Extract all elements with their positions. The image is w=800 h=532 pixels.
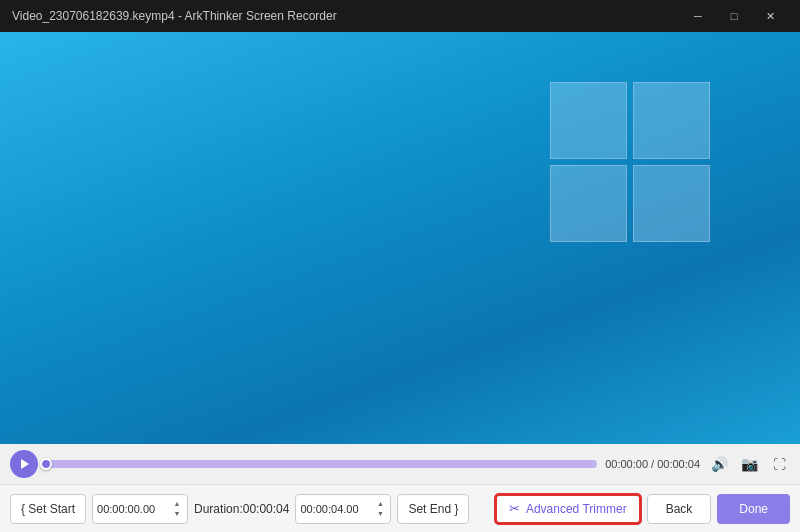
progress-range [46, 460, 597, 468]
fullscreen-button[interactable]: ⛶ [768, 453, 790, 475]
set-start-button[interactable]: { Set Start [10, 494, 86, 524]
start-time-down[interactable]: ▼ [171, 509, 183, 518]
set-end-button[interactable]: Set End } [397, 494, 469, 524]
title-bar: Video_230706182639.keymp4 - ArkThinker S… [0, 0, 800, 32]
end-time-spinners: ▲ ▼ [374, 499, 386, 518]
volume-button[interactable]: 🔊 [708, 453, 730, 475]
window-controls: ─ □ ✕ [680, 0, 788, 32]
screenshot-button[interactable]: 📷 [738, 453, 760, 475]
win-pane-bl [550, 165, 627, 242]
playback-toolbar: 00:00:00 / 00:00:04 🔊 📷 ⛶ [0, 444, 800, 484]
advanced-trimmer-button[interactable]: ✂ Advanced Trimmer [495, 494, 641, 524]
start-time-up[interactable]: ▲ [171, 499, 183, 508]
end-time-down[interactable]: ▼ [374, 509, 386, 518]
trim-controls-bar: { Set Start ▲ ▼ Duration:00:00:04 ▲ ▼ Se… [0, 484, 800, 532]
video-preview [0, 32, 800, 444]
window-title: Video_230706182639.keymp4 - ArkThinker S… [12, 9, 680, 23]
scissors-icon: ✂ [509, 501, 520, 516]
end-time-up[interactable]: ▲ [374, 499, 386, 508]
duration-label: Duration:00:00:04 [194, 502, 289, 516]
start-time-input-group: ▲ ▼ [92, 494, 188, 524]
win-pane-tl [550, 82, 627, 159]
start-time-spinners: ▲ ▼ [171, 499, 183, 518]
close-button[interactable]: ✕ [752, 0, 788, 32]
camera-icon: 📷 [741, 456, 758, 472]
maximize-button[interactable]: □ [716, 0, 752, 32]
time-display: 00:00:00 / 00:00:04 [605, 458, 700, 470]
back-button[interactable]: Back [647, 494, 712, 524]
progress-thumb[interactable] [40, 458, 52, 470]
end-time-input[interactable] [300, 503, 372, 515]
start-time-input[interactable] [97, 503, 169, 515]
windows-logo [550, 82, 710, 242]
done-button[interactable]: Done [717, 494, 790, 524]
advanced-trimmer-label: Advanced Trimmer [526, 502, 627, 516]
volume-icon: 🔊 [711, 456, 728, 472]
end-time-input-group: ▲ ▼ [295, 494, 391, 524]
progress-bar[interactable] [46, 460, 597, 468]
win-pane-tr [633, 82, 710, 159]
play-button[interactable] [10, 450, 38, 478]
fullscreen-icon: ⛶ [773, 457, 786, 472]
win-pane-br [633, 165, 710, 242]
minimize-button[interactable]: ─ [680, 0, 716, 32]
